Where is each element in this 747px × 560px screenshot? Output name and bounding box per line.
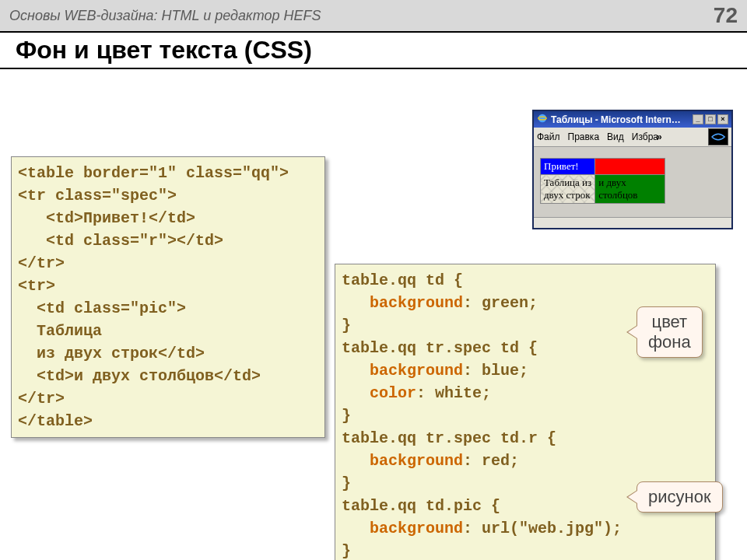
menu-favorites[interactable]: Избра	[632, 131, 658, 142]
code-val: : url("web.jpg");	[463, 520, 622, 537]
code-line: <td>и двух столбцов</td>	[18, 367, 261, 385]
ie-icon	[537, 113, 548, 126]
code-line: </tr>	[18, 390, 65, 408]
code-prop: background	[342, 362, 463, 380]
code-val: : white;	[416, 384, 491, 402]
table-row: Привет!	[541, 159, 665, 175]
code-line: <td>Привет!</td>	[18, 209, 195, 227]
code-line: <td class="r"></td>	[18, 232, 223, 250]
slide-title-bar: Фон и цвет текста (CSS)	[0, 31, 747, 69]
callout-text: фона	[648, 332, 691, 352]
browser-title: Таблицы - Microsoft Intern…	[551, 114, 681, 125]
callout-text: рисунок	[648, 487, 711, 506]
menu-edit[interactable]: Правка	[568, 131, 600, 142]
code-line: <tr class="spec">	[18, 187, 177, 205]
code-prop: background	[342, 452, 463, 470]
code-line: }	[342, 474, 351, 492]
code-line: table.qq td {	[342, 271, 463, 289]
code-line: }	[342, 317, 351, 334]
svg-rect-2	[710, 131, 726, 143]
browser-titlebar: Таблицы - Microsoft Intern… _ □ ×	[534, 111, 731, 128]
menu-view[interactable]: Вид	[607, 131, 624, 142]
code-prop: background	[342, 520, 463, 537]
code-prop: background	[342, 294, 463, 312]
browser-statusbar	[534, 217, 731, 228]
slide-content: <table border="1" class="qq"> <tr class=…	[0, 69, 747, 560]
table-row: Таблица из двух строк и двух столбцов	[541, 175, 665, 204]
code-line: table.qq tr.spec td {	[342, 339, 538, 357]
maximize-button[interactable]: □	[705, 114, 716, 124]
code-prop: color	[342, 384, 416, 402]
code-line: table.qq tr.spec td.r {	[342, 429, 556, 447]
menu-more-icon[interactable]: »	[657, 131, 662, 142]
code-line: table.qq td.pic {	[342, 497, 500, 515]
table-cell	[595, 159, 665, 175]
code-line: <td class="pic">	[18, 299, 186, 317]
code-line: }	[342, 407, 351, 425]
html-code-box: <table border="1" class="qq"> <tr class=…	[11, 156, 325, 438]
menu-file[interactable]: Файл	[537, 131, 560, 142]
course-title: Основы WEB-дизайна: HTML и редактор HEFS	[9, 8, 321, 24]
code-val: : green;	[463, 294, 538, 312]
code-line: Таблица	[18, 322, 102, 340]
demo-table: Привет! Таблица из двух строк и двух сто…	[540, 158, 665, 204]
code-line: <table border="1" class="qq">	[18, 164, 289, 182]
svg-point-0	[538, 114, 547, 123]
callout-text: цвет	[652, 312, 688, 331]
table-cell: Таблица из двух строк	[541, 175, 595, 204]
code-line: из двух строк</td>	[18, 345, 205, 362]
table-cell: Привет!	[541, 159, 595, 175]
code-val: : red;	[463, 452, 519, 470]
browser-viewport: Привет! Таблица из двух строк и двух сто…	[534, 147, 731, 217]
page-number: 72	[714, 3, 738, 28]
callout-bg-color: цвет фона	[637, 306, 703, 358]
browser-window: Таблицы - Microsoft Intern… _ □ × Файл П…	[532, 110, 733, 229]
code-line: <tr>	[18, 277, 55, 295]
code-val: : blue;	[463, 362, 528, 380]
ie-logo-icon	[708, 128, 728, 145]
code-line: }	[342, 542, 351, 560]
code-line: </tr>	[18, 254, 65, 272]
callout-image: рисунок	[637, 481, 723, 513]
browser-menubar: Файл Правка Вид Избра»	[534, 128, 731, 147]
close-button[interactable]: ×	[717, 114, 728, 124]
table-cell: и двух столбцов	[595, 175, 665, 204]
minimize-button[interactable]: _	[693, 114, 703, 124]
code-line: </table>	[18, 412, 93, 430]
slide-title: Фон и цвет текста (CSS)	[16, 36, 312, 65]
course-header: Основы WEB-дизайна: HTML и редактор HEFS…	[0, 0, 747, 31]
